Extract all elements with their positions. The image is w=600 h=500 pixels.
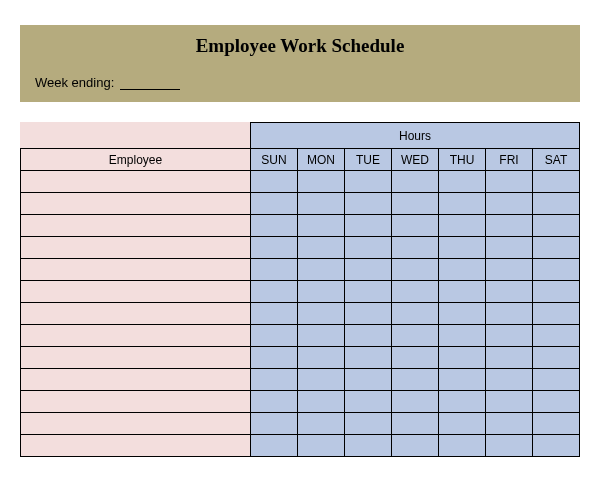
hours-cell[interactable] [298,281,345,303]
hours-cell[interactable] [392,325,439,347]
hours-cell[interactable] [298,259,345,281]
hours-cell[interactable] [392,193,439,215]
employee-cell[interactable] [21,369,251,391]
hours-cell[interactable] [392,413,439,435]
hours-cell[interactable] [251,435,298,457]
hours-cell[interactable] [392,435,439,457]
hours-cell[interactable] [486,237,533,259]
hours-cell[interactable] [533,215,580,237]
employee-cell[interactable] [21,281,251,303]
hours-cell[interactable] [439,325,486,347]
hours-cell[interactable] [439,435,486,457]
hours-cell[interactable] [533,369,580,391]
employee-cell[interactable] [21,303,251,325]
hours-cell[interactable] [298,413,345,435]
hours-cell[interactable] [533,325,580,347]
hours-cell[interactable] [533,281,580,303]
hours-cell[interactable] [345,391,392,413]
hours-cell[interactable] [251,193,298,215]
hours-cell[interactable] [439,413,486,435]
hours-cell[interactable] [345,303,392,325]
hours-cell[interactable] [345,325,392,347]
hours-cell[interactable] [345,347,392,369]
hours-cell[interactable] [345,281,392,303]
hours-cell[interactable] [439,347,486,369]
hours-cell[interactable] [486,369,533,391]
hours-cell[interactable] [345,237,392,259]
hours-cell[interactable] [392,259,439,281]
hours-cell[interactable] [251,347,298,369]
hours-cell[interactable] [439,193,486,215]
hours-cell[interactable] [298,347,345,369]
hours-cell[interactable] [392,237,439,259]
hours-cell[interactable] [486,391,533,413]
hours-cell[interactable] [251,171,298,193]
hours-cell[interactable] [298,193,345,215]
employee-cell[interactable] [21,347,251,369]
employee-cell[interactable] [21,391,251,413]
hours-cell[interactable] [251,303,298,325]
hours-cell[interactable] [298,237,345,259]
hours-cell[interactable] [251,369,298,391]
hours-cell[interactable] [486,171,533,193]
week-ending-input[interactable] [120,76,180,90]
hours-cell[interactable] [439,303,486,325]
hours-cell[interactable] [251,281,298,303]
hours-cell[interactable] [345,215,392,237]
hours-cell[interactable] [486,413,533,435]
hours-cell[interactable] [392,171,439,193]
hours-cell[interactable] [486,325,533,347]
employee-cell[interactable] [21,171,251,193]
hours-cell[interactable] [486,281,533,303]
hours-cell[interactable] [298,325,345,347]
hours-cell[interactable] [251,325,298,347]
hours-cell[interactable] [439,369,486,391]
hours-cell[interactable] [533,391,580,413]
hours-cell[interactable] [298,391,345,413]
employee-cell[interactable] [21,435,251,457]
hours-cell[interactable] [392,347,439,369]
employee-cell[interactable] [21,215,251,237]
hours-cell[interactable] [392,303,439,325]
hours-cell[interactable] [533,193,580,215]
employee-cell[interactable] [21,193,251,215]
hours-cell[interactable] [486,193,533,215]
hours-cell[interactable] [345,171,392,193]
hours-cell[interactable] [251,413,298,435]
hours-cell[interactable] [533,435,580,457]
employee-cell[interactable] [21,259,251,281]
hours-cell[interactable] [533,303,580,325]
hours-cell[interactable] [486,435,533,457]
hours-cell[interactable] [298,435,345,457]
hours-cell[interactable] [392,391,439,413]
hours-cell[interactable] [345,369,392,391]
hours-cell[interactable] [439,259,486,281]
hours-cell[interactable] [533,237,580,259]
hours-cell[interactable] [345,435,392,457]
employee-cell[interactable] [21,325,251,347]
hours-cell[interactable] [486,215,533,237]
employee-cell[interactable] [21,237,251,259]
hours-cell[interactable] [533,347,580,369]
hours-cell[interactable] [533,259,580,281]
hours-cell[interactable] [392,215,439,237]
hours-cell[interactable] [298,171,345,193]
hours-cell[interactable] [298,303,345,325]
hours-cell[interactable] [533,413,580,435]
hours-cell[interactable] [486,303,533,325]
hours-cell[interactable] [392,369,439,391]
hours-cell[interactable] [439,237,486,259]
hours-cell[interactable] [298,369,345,391]
hours-cell[interactable] [251,259,298,281]
hours-cell[interactable] [251,391,298,413]
hours-cell[interactable] [345,193,392,215]
hours-cell[interactable] [392,281,439,303]
hours-cell[interactable] [251,215,298,237]
hours-cell[interactable] [439,281,486,303]
hours-cell[interactable] [345,413,392,435]
hours-cell[interactable] [439,215,486,237]
hours-cell[interactable] [533,171,580,193]
hours-cell[interactable] [486,259,533,281]
hours-cell[interactable] [345,259,392,281]
hours-cell[interactable] [486,347,533,369]
